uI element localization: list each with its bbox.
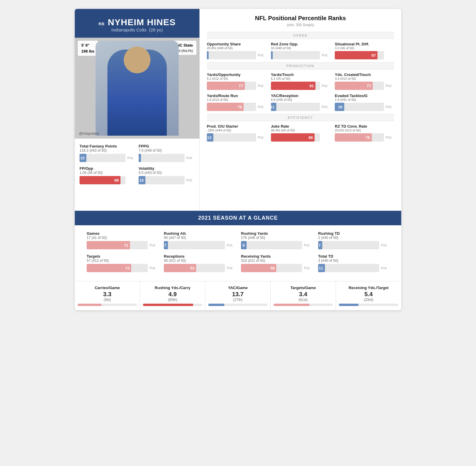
stat-rank-vol: 5.5 (#43 of 50) — [139, 171, 195, 175]
bottom-yac-game: YAC/Game 13.7 (27th) — [205, 281, 271, 310]
stat-fppg: FPPG 7.0 (#48 of 50) 5 Pctl. — [139, 144, 195, 162]
season-rush-td: Rushing TD 2 (#40 of 50) 7 Pctl. — [318, 231, 389, 249]
season-targets: Targets 57 (#12 of 50) 73 Pctl. — [87, 254, 158, 272]
metric-yds-opp: Yards/Opportunity 5.2 (#12 of 50) 77 Pct… — [207, 72, 266, 90]
metric-yds-touch: Yards/Touch 6.1 (#5 of 50) 91 Pctl. — [271, 72, 330, 90]
bar-fpopp: 89 — [80, 176, 136, 184]
metric-sit-pt: Situational Pt. Diff. 3.2 (#6 of 50) 87 — [335, 42, 394, 59]
season-header: 2021 SEASON AT A GLANCE — [75, 211, 401, 225]
stat-rank-fpopp: 1.05 (#6 of 50) — [80, 171, 136, 175]
bottom-targets-game: Targets/Game 3.4 (61st) — [271, 281, 336, 310]
stat-rank-fppg: 7.0 (#48 of 50) — [139, 148, 195, 153]
player-position: RB Nyheim Hines — [81, 17, 193, 27]
player-team: Indianapolis Colts (26 yo) — [81, 27, 193, 32]
metric-rank-os: 20.8% (#49 of 50) — [207, 46, 266, 50]
player-physical: 5' 8" 198 lbs — [78, 41, 98, 56]
bar-tfp: 15 Pctl. — [80, 154, 136, 162]
player-image — [96, 41, 179, 136]
stat-label-fppg: FPPG — [139, 144, 195, 148]
metric-rz-opp: Red Zone Opp. 10 (#49 of 50) 3 Pctl. — [271, 42, 330, 59]
season-rush-yds: Rushing Yards 276 (#46 of 50) 9 Pctl. — [241, 231, 312, 249]
metric-name-rz: Red Zone Opp. — [271, 42, 330, 46]
metric-yds-created: Yds. Created/Touch 3.3 (#12 of 50) 77 Pc… — [335, 72, 394, 90]
right-title: NFL Positional Percentile Ranks — [207, 15, 394, 22]
season-rush-att: Rushing Att. 56 (#47 of 50) 7 Pctl. — [164, 231, 235, 249]
stat-total-fantasy: Total Fantasy Points 118.3 (#43 of 50) 1… — [80, 144, 136, 162]
season-total-td: Total TD 3 (#40 of 50) 11 Pctl. — [318, 254, 389, 272]
metric-yds-route: Yards/Route Run 1.6 (#13 of 50) 75 Pctl. — [207, 93, 266, 111]
bottom-rush-yds-carry: Rushing Yds./Carry 4.9 (85th) — [140, 281, 205, 310]
season-rec-yds: Receiving Yards 310 (#21 of 50) 58 Pctl. — [241, 254, 312, 272]
season-receptions: Receptions 40 (#21 of 50) 53 Pctl. — [164, 254, 235, 272]
bottom-rec-yds-target: Receiving Yds./Target 5.4 (33rd) — [336, 281, 401, 310]
bottom-bar: Carries/Game 3.3 (5th) Rushing Yds./Carr… — [75, 281, 401, 310]
metric-name-os: Opportunity Share — [207, 42, 266, 46]
metric-rank-rz: 10 (#49 of 50) — [271, 46, 330, 50]
metric-rz-td: RZ TD Conv. Rate 20.0% (#13 of 50) 75 Pc… — [335, 124, 394, 142]
player-name: Nyheim Hines — [108, 17, 176, 27]
player-photo-area: 5' 8" 198 lbs NC State 2018 4.04 (Rd.Pk)… — [75, 38, 199, 139]
right-subtitle: (min. 300 Snaps) — [207, 23, 394, 27]
section-production: PRODUCTION — [207, 62, 394, 69]
production-grid: Yards/Opportunity 5.2 (#12 of 50) 77 Pct… — [207, 72, 394, 111]
team-name: Indianapolis Colts — [111, 27, 146, 32]
section-usage: USAGE — [207, 32, 394, 39]
metric-rank-sp: 3.2 (#6 of 50) — [335, 46, 394, 50]
stat-volatility: Volatility 5.5 (#43 of 50) 15 Pctl. — [139, 166, 195, 184]
right-panel: NFL Positional Percentile Ranks (min. 30… — [199, 9, 401, 211]
bottom-carries: Carries/Game 3.3 (5th) — [75, 281, 140, 310]
player-handle: @chapulana — [79, 131, 99, 136]
metric-evaded: Evaded Tackles/G 1.9 (#41 of 50) 19 Pctl… — [335, 93, 394, 111]
metric-juke: Juke Rate 34.4% (#6 of 50) 89 — [271, 124, 330, 142]
metric-prod-ou: Prod. O/U Starter -18% (#44 of 50) 13 Pc… — [207, 124, 266, 142]
usage-grid: Opportunity Share 20.8% (#49 of 50) 3 Pc… — [207, 42, 394, 59]
season-wrapper: Games 17 (#1 of 50) 71 Pctl. Rushing Att… — [75, 225, 401, 281]
metric-name-sp: Situational Pt. Diff. — [335, 42, 394, 46]
stat-label-fpopp: FP/Opp — [80, 166, 136, 171]
player-header: RB Nyheim Hines Indianapolis Colts (26 y… — [75, 9, 199, 38]
efficiency-grid: Prod. O/U Starter -18% (#44 of 50) 13 Pc… — [207, 124, 394, 142]
player-weight: 198 lbs — [81, 48, 94, 54]
stat-fpopp: FP/Opp 1.05 (#6 of 50) 89 — [80, 166, 136, 184]
player-height: 5' 8" — [81, 42, 94, 48]
stat-label-tfp: Total Fantasy Points — [80, 144, 136, 148]
season-grid: Games 17 (#1 of 50) 71 Pctl. Rushing Att… — [87, 231, 389, 272]
metric-opp-share: Opportunity Share 20.8% (#49 of 50) 3 Pc… — [207, 42, 266, 59]
left-panel: RB Nyheim Hines Indianapolis Colts (26 y… — [75, 9, 199, 211]
left-stats-grid: Total Fantasy Points 118.3 (#43 of 50) 1… — [75, 139, 199, 190]
section-efficiency: EFFICIENCY — [207, 114, 394, 121]
position-text: RB — [99, 22, 105, 26]
metric-yac: YAC/Reception 5.8 (#45 of 50) 11 Pctl. — [271, 93, 330, 111]
season-games: Games 17 (#1 of 50) 71 Pctl. — [87, 231, 158, 249]
player-age: 26 yo — [150, 27, 161, 32]
stat-label-vol: Volatility — [139, 166, 195, 171]
stat-rank-tfp: 118.3 (#43 of 50) — [80, 148, 136, 153]
bar-fppg: 5 Pctl. — [139, 154, 195, 162]
bar-vol: 15 Pctl. — [139, 176, 195, 184]
